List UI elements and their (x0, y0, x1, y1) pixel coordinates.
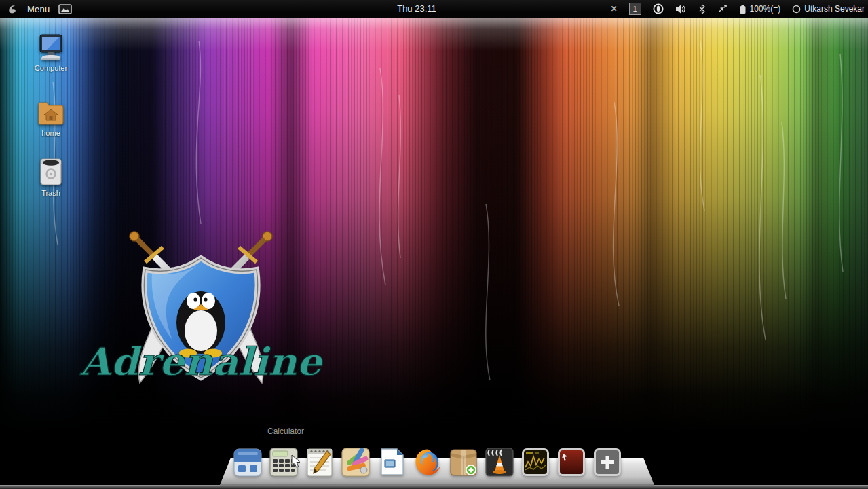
battery-icon (739, 4, 747, 14)
desktop-icon-home[interactable]: home (29, 99, 73, 137)
file-manager-icon[interactable] (233, 447, 262, 477)
logo-wordmark: Adrenaline (79, 339, 324, 384)
username: Utkarsh Sevekar (804, 4, 865, 14)
battery-indicator[interactable]: 100%(=) (739, 4, 781, 14)
computer-monitor-icon (37, 34, 64, 62)
workspace-switcher[interactable]: 1 (629, 3, 641, 15)
system-monitor-icon[interactable] (521, 447, 550, 477)
dock-tooltip: Calculator (267, 427, 304, 436)
desktop-icon-label: home (41, 129, 60, 137)
text-editor-icon[interactable] (305, 447, 334, 477)
image-viewer-icon[interactable] (58, 4, 72, 14)
menu-button[interactable]: Menu (27, 4, 50, 14)
menu-label: Menu (27, 4, 50, 14)
home-folder-icon (37, 99, 65, 128)
volume-icon[interactable] (675, 4, 687, 14)
battery-percent: 100%(=) (750, 4, 781, 14)
desktop-icon-label: Trash (41, 189, 60, 197)
desktop-icon-trash[interactable]: Trash (29, 156, 73, 197)
terminal-icon[interactable] (557, 447, 586, 477)
user-menu[interactable]: Utkarsh Sevekar (792, 4, 865, 14)
package-installer-icon[interactable] (449, 447, 478, 477)
dock-shelf-front (220, 484, 654, 486)
vlc-icon[interactable] (485, 447, 514, 477)
user-status-icon (792, 5, 801, 14)
add-application-icon[interactable] (593, 447, 622, 477)
panel-right-group: ✕ 1 (611, 0, 865, 18)
firefox-icon[interactable] (413, 447, 442, 477)
keyboard-indicator-icon[interactable]: ✕ (611, 4, 618, 14)
graphics-editor-icon[interactable] (341, 447, 370, 477)
dock (220, 444, 654, 489)
network-icon[interactable] (717, 4, 728, 14)
accessibility-icon[interactable] (653, 3, 664, 14)
desktop-icon-computer[interactable]: Computer (29, 34, 73, 72)
adrenaline-logo: Adrenaline (72, 224, 330, 386)
bluetooth-icon[interactable] (698, 4, 706, 14)
trash-can-icon (37, 156, 64, 187)
top-panel: Menu Thu 23:11 ✕ 1 (0, 0, 868, 18)
mouse-cursor (291, 454, 302, 471)
desktop-icon-label: Computer (35, 64, 67, 72)
clock[interactable]: Thu 23:11 (397, 0, 436, 18)
panel-left-group: Menu (7, 0, 72, 18)
office-suite-icon[interactable] (377, 447, 406, 477)
distro-logo-icon[interactable] (7, 3, 18, 15)
